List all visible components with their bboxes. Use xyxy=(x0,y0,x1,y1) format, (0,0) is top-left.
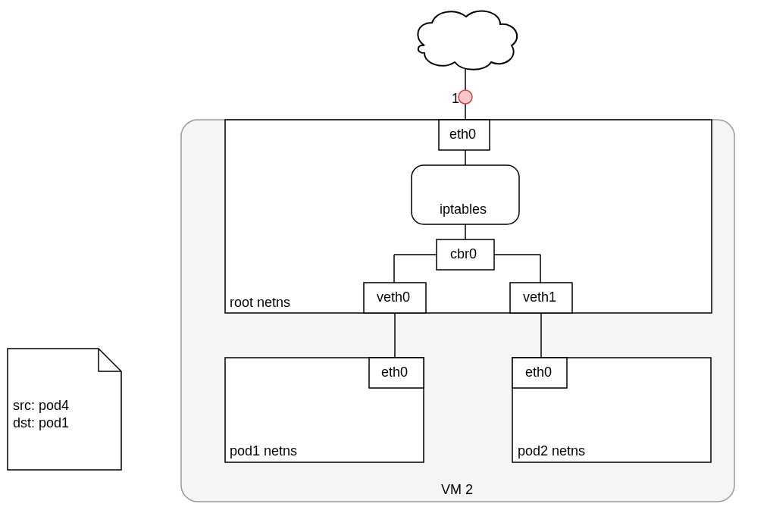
pod1-netns-label: pod1 netns xyxy=(230,443,297,460)
eth0-top-label: eth0 xyxy=(449,127,476,143)
iptables-label: iptables xyxy=(440,202,487,218)
pod2-eth0-label: eth0 xyxy=(525,365,552,381)
marker-dot xyxy=(459,90,472,104)
note-line1: src: pod4 xyxy=(13,398,69,415)
vm-label: VM 2 xyxy=(441,482,473,499)
pod1-eth0-label: eth0 xyxy=(381,365,408,381)
pod2-netns-label: pod2 netns xyxy=(518,443,585,460)
root-netns-label: root netns xyxy=(230,295,290,311)
veth1-label: veth1 xyxy=(523,289,556,306)
cbr0-label: cbr0 xyxy=(450,246,477,263)
veth0-label: veth0 xyxy=(377,289,410,306)
note-line2: dst: pod1 xyxy=(13,415,69,432)
marker-label: 1 xyxy=(452,91,459,108)
cloud-icon xyxy=(418,11,517,70)
network-diagram xyxy=(0,0,767,532)
